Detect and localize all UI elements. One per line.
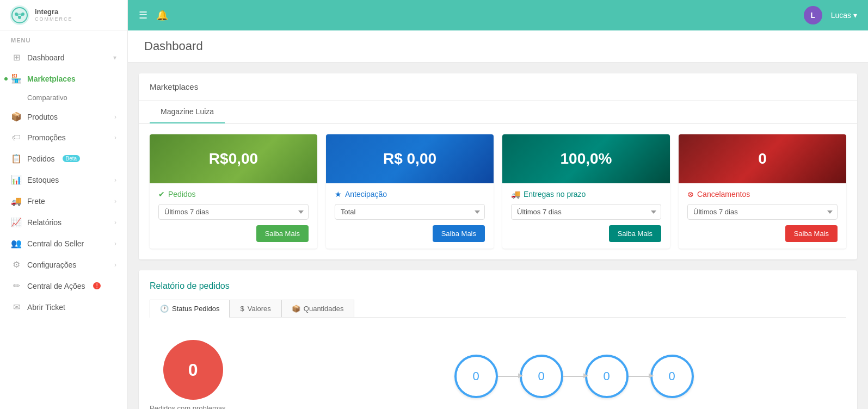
sidebar-item-marketplaces[interactable]: 🏪 Marketplaces	[0, 68, 127, 89]
sidebar-item-pedidos[interactable]: 📋 Pedidos Beta	[0, 148, 127, 169]
sidebar-label-pedidos: Pedidos	[27, 154, 55, 163]
metric-banner-pedidos: R$0,00	[150, 134, 317, 183]
entregas-period-select[interactable]: Últimos 7 dias Últimos 30 dias Últimos 9…	[511, 204, 661, 220]
entregas-label-row: 🚚 Entregas no prazo	[511, 190, 661, 199]
pedidos-value: R$0,00	[209, 150, 258, 168]
chevron-right-icon-7: ›	[114, 261, 116, 269]
dashboard-icon: ⊞	[11, 52, 22, 63]
sidebar-label-dashboard: Dashboard	[27, 53, 65, 62]
chevron-right-icon-2: ›	[114, 134, 116, 141]
menu-hamburger-icon[interactable]: ☰	[139, 9, 147, 21]
sidebar-item-dashboard[interactable]: ⊞ Dashboard ▾	[0, 47, 127, 68]
pedidos-check-icon: ✔	[158, 190, 165, 199]
notification-bell-icon[interactable]: 🔔	[156, 9, 168, 21]
metric-banner-entregas: 100,0%	[502, 134, 670, 183]
sidebar-item-produtos[interactable]: 📦 Produtos ›	[0, 106, 127, 127]
sidebar-label-marketplaces: Marketplaces	[27, 75, 76, 83]
entregas-saiba-mais-button[interactable]: Saiba Mais	[609, 225, 661, 242]
cancelamentos-saiba-mais-button[interactable]: Saiba Mais	[785, 225, 838, 242]
big-circle-label: Pedidos com problemas	[150, 404, 225, 409]
relatorios-icon: 📈	[11, 217, 22, 227]
menu-label: MENU	[0, 30, 127, 47]
sidebar-label-comparativo: Comparativo	[27, 94, 67, 102]
user-menu[interactable]: Lucas ▾	[831, 11, 857, 20]
dashboard-body: Marketplaces Magazine Luiza R$0,00 ✔	[128, 63, 868, 409]
sidebar-label-central-acoes: Central de Ações	[27, 282, 85, 290]
metric-body-cancelamentos: ⊗ Cancelamentos Últimos 7 dias Últimos 3…	[679, 183, 846, 249]
box-icon: 📦	[292, 305, 300, 313]
sidebar-label-configuracoes: Configurações	[27, 261, 76, 269]
marketplaces-section-header: Marketplaces	[139, 73, 857, 101]
metric-card-entregas: 100,0% 🚚 Entregas no prazo Últimos 7 dia…	[502, 134, 670, 249]
flow-circle-2: 0	[520, 355, 563, 398]
marketplaces-icon: 🏪	[11, 73, 22, 84]
cancelamentos-x-icon: ⊗	[687, 190, 694, 199]
chevron-right-icon-6: ›	[114, 240, 116, 247]
cancelamentos-label-row: ⊗ Cancelamentos	[687, 190, 838, 199]
metric-body-entregas: 🚚 Entregas no prazo Últimos 7 dias Últim…	[502, 183, 670, 249]
sidebar-label-abrir-ticket: Abrir Ticket	[27, 303, 65, 312]
pedidos-beta-badge: Beta	[63, 155, 81, 162]
cancelamentos-value: 0	[758, 150, 767, 168]
entregas-label: Entregas no prazo	[524, 190, 586, 199]
antecipacao-period-select[interactable]: Total Últimos 7 dias Últimos 30 dias	[335, 204, 485, 220]
metric-banner-antecipacao: R$ 0,00	[326, 134, 494, 183]
sidebar-label-promocoes: Promoções	[27, 133, 66, 142]
pedidos-saiba-mais-button[interactable]: Saiba Mais	[256, 225, 309, 242]
pedidos-icon: 📋	[11, 153, 22, 164]
svg-point-0	[10, 5, 29, 25]
pedidos-period-select[interactable]: Últimos 7 dias Últimos 30 dias Últimos 9…	[158, 204, 309, 220]
cancelamentos-period-select[interactable]: Últimos 7 dias Últimos 30 dias Últimos 9…	[687, 204, 838, 220]
logo-icon	[9, 4, 30, 26]
tab-valores[interactable]: $ Valores	[230, 300, 281, 317]
sidebar-item-promocoes[interactable]: 🏷 Promoções ›	[0, 127, 127, 148]
sidebar-item-estoques[interactable]: 📊 Estoques ›	[0, 169, 127, 190]
tab-quantidades[interactable]: 📦 Quantidades	[281, 300, 354, 317]
main-content: ☰ 🔔 L Lucas ▾ Dashboard Marketplaces Mag…	[128, 0, 868, 409]
estoques-icon: 📊	[11, 175, 22, 185]
sidebar-item-configuracoes[interactable]: ⚙ Configurações ›	[0, 254, 127, 275]
sidebar-label-estoques: Estoques	[27, 176, 59, 184]
chevron-right-icon-3: ›	[114, 176, 116, 184]
tab-magazine-luiza[interactable]: Magazine Luiza	[150, 101, 225, 123]
page-title: Dashboard	[144, 39, 852, 53]
antecipacao-saiba-mais-button[interactable]: Saiba Mais	[433, 225, 485, 242]
big-circle-problemas: 0	[163, 340, 223, 400]
configuracoes-icon: ⚙	[11, 259, 22, 270]
cancelamentos-label: Cancelamentos	[697, 190, 750, 199]
antecipacao-value: R$ 0,00	[383, 150, 436, 168]
flow-arrow-3	[629, 376, 650, 377]
entregas-value: 100,0%	[561, 150, 612, 168]
chevron-right-icon-4: ›	[114, 197, 116, 205]
flow-circle-4: 0	[650, 355, 694, 398]
central-acoes-icon: ✏	[11, 281, 22, 291]
pedidos-label: Pedidos	[168, 190, 196, 199]
sidebar-item-comparativo[interactable]: Comparativo	[0, 89, 127, 106]
sidebar-item-central-acoes[interactable]: ✏ Central de Ações !	[0, 275, 127, 296]
metric-body-pedidos: ✔ Pedidos Últimos 7 dias Últimos 30 dias…	[150, 183, 317, 249]
metric-banner-cancelamentos: 0	[679, 134, 846, 183]
clock-icon: 🕐	[160, 305, 169, 313]
sidebar-label-relatorios: Relatórios	[27, 218, 61, 227]
antecipacao-star-icon: ★	[335, 190, 342, 199]
central-seller-icon: 👥	[11, 238, 22, 249]
sidebar-label-frete: Frete	[27, 197, 45, 206]
sidebar-item-abrir-ticket[interactable]: ✉ Abrir Ticket	[0, 296, 127, 318]
sidebar-item-central-seller[interactable]: 👥 Central do Seller ›	[0, 233, 127, 254]
antecipacao-label: Antecipação	[345, 190, 387, 199]
sidebar-item-relatorios[interactable]: 📈 Relatórios ›	[0, 212, 127, 233]
chevron-right-icon-5: ›	[114, 219, 116, 226]
logo-text: integra COMMERCE	[35, 8, 73, 22]
tab-status-pedidos[interactable]: 🕐 Status Pedidos	[150, 300, 230, 318]
flow-container: 0 0 0 0	[301, 355, 846, 398]
flow-circle-1: 0	[454, 355, 498, 398]
flow-arrow-2	[563, 376, 585, 377]
antecipacao-label-row: ★ Antecipação	[335, 190, 485, 199]
sidebar-item-frete[interactable]: 🚚 Frete ›	[0, 190, 127, 212]
sidebar-navigation: MENU ⊞ Dashboard ▾ 🏪 Marketplaces Compar…	[0, 30, 127, 409]
metrics-row: R$0,00 ✔ Pedidos Últimos 7 dias Últimos …	[139, 123, 857, 259]
central-acoes-badge: !	[93, 282, 101, 289]
relatorio-tabs: 🕐 Status Pedidos $ Valores 📦 Quantidades	[150, 300, 846, 318]
marketplaces-card: Marketplaces Magazine Luiza R$0,00 ✔	[139, 73, 857, 259]
metric-card-pedidos: R$0,00 ✔ Pedidos Últimos 7 dias Últimos …	[150, 134, 317, 249]
